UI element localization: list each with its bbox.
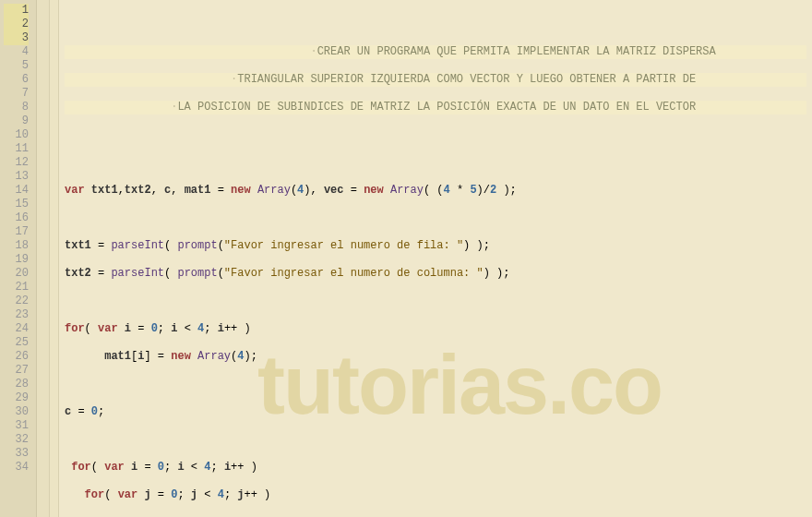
line-number[interactable]: 7 bbox=[4, 87, 29, 101]
line-number[interactable]: 9 bbox=[4, 114, 29, 128]
code-line[interactable]: ·TRIANGULAR SUPERIOR IZQUIERDA COMO VECT… bbox=[65, 73, 806, 87]
line-number[interactable]: 30 bbox=[4, 405, 29, 419]
code-line[interactable]: var txt1,txt2, c, mat1 = new Array(4), v… bbox=[65, 184, 806, 198]
line-number[interactable]: 5 bbox=[4, 59, 29, 73]
line-number[interactable]: 27 bbox=[4, 364, 29, 378]
code-line[interactable]: ·CREAR UN PROGRAMA QUE PERMITA IMPLEMENT… bbox=[65, 45, 806, 59]
line-number[interactable]: 20 bbox=[4, 267, 29, 281]
line-number[interactable]: 1 bbox=[4, 4, 29, 18]
fold-column bbox=[37, 0, 50, 517]
code-line[interactable]: mat1[i] = new Array(4); bbox=[65, 350, 806, 364]
line-number[interactable]: 2 bbox=[4, 18, 29, 31]
code-area[interactable]: tutorias.co ·CREAR UN PROGRAMA QUE PERMI… bbox=[59, 0, 812, 517]
line-number[interactable]: 26 bbox=[4, 350, 29, 364]
code-line[interactable]: ·LA POSICION DE SUBINDICES DE MATRIZ LA … bbox=[65, 101, 806, 114]
line-number[interactable]: 13 bbox=[4, 170, 29, 184]
line-number[interactable]: 33 bbox=[4, 447, 29, 461]
line-number[interactable]: 3 bbox=[4, 31, 29, 45]
code-line[interactable]: for( var j = 0; j < 4; j++ ) bbox=[65, 488, 806, 502]
line-number[interactable]: 29 bbox=[4, 391, 29, 405]
line-number[interactable]: 21 bbox=[4, 281, 29, 295]
code-line[interactable] bbox=[65, 156, 806, 170]
line-number[interactable]: 18 bbox=[4, 239, 29, 253]
ruler-column bbox=[50, 0, 59, 517]
line-number[interactable]: 16 bbox=[4, 211, 29, 225]
line-number[interactable]: 34 bbox=[4, 461, 29, 475]
code-line[interactable] bbox=[65, 128, 806, 142]
line-number[interactable]: 22 bbox=[4, 295, 29, 308]
line-number[interactable]: 10 bbox=[4, 128, 29, 142]
line-number[interactable]: 32 bbox=[4, 433, 29, 447]
line-number[interactable]: 14 bbox=[4, 184, 29, 198]
line-number[interactable]: 12 bbox=[4, 156, 29, 170]
line-number[interactable]: 24 bbox=[4, 322, 29, 336]
line-number[interactable]: 28 bbox=[4, 378, 29, 391]
line-number[interactable]: 15 bbox=[4, 198, 29, 211]
code-line[interactable]: c = 0; bbox=[65, 405, 806, 419]
code-line[interactable]: txt1 = parseInt( prompt("Favor ingresar … bbox=[65, 239, 806, 253]
code-editor: 1 2 3 4 5 6 7 8 9 10 11 12 13 14 15 16 1… bbox=[0, 0, 812, 517]
line-number[interactable]: 4 bbox=[4, 45, 29, 59]
code-line[interactable]: for( var i = 0; i < 4; i++ ) bbox=[65, 322, 806, 336]
line-number-gutter: 1 2 3 4 5 6 7 8 9 10 11 12 13 14 15 16 1… bbox=[0, 0, 37, 517]
code-line[interactable]: for( var i = 0; i < 4; i++ ) bbox=[65, 461, 806, 475]
code-line[interactable] bbox=[65, 433, 806, 447]
line-number[interactable]: 6 bbox=[4, 73, 29, 87]
line-number[interactable]: 17 bbox=[4, 225, 29, 239]
code-line[interactable] bbox=[65, 378, 806, 391]
line-number[interactable]: 25 bbox=[4, 336, 29, 350]
line-number[interactable]: 31 bbox=[4, 419, 29, 433]
line-number[interactable]: 8 bbox=[4, 101, 29, 114]
line-number[interactable]: 11 bbox=[4, 142, 29, 156]
code-line[interactable]: txt2 = parseInt( prompt("Favor ingresar … bbox=[65, 267, 806, 281]
line-number[interactable]: 23 bbox=[4, 308, 29, 322]
code-line[interactable] bbox=[65, 295, 806, 308]
line-number[interactable]: 19 bbox=[4, 253, 29, 267]
code-line[interactable] bbox=[65, 211, 806, 225]
